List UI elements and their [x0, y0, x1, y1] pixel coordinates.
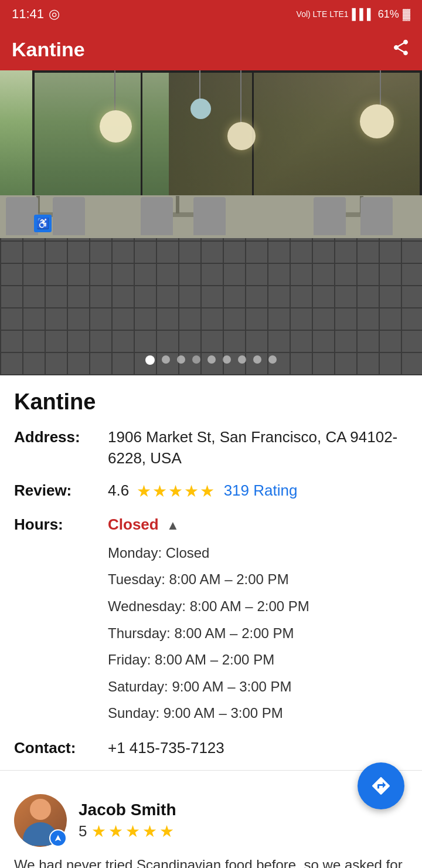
address-label: Address: — [14, 426, 108, 447]
hours-saturday: Saturday: 9:00 AM – 3:00 PM — [108, 673, 408, 700]
battery-icon: ▓ — [403, 8, 410, 21]
divider-1 — [0, 770, 422, 771]
hero-image: ♿ — [0, 70, 422, 375]
address-row: Address: 1906 Market St, San Francisco, … — [14, 426, 408, 469]
carousel-dot-5[interactable] — [207, 355, 216, 364]
app-bar: Kantine — [0, 28, 422, 70]
hours-wednesday: Wednesday: 8:00 AM – 2:00 PM — [108, 593, 408, 620]
hours-list: Monday: Closed Tuesday: 8:00 AM – 2:00 P… — [108, 540, 408, 727]
hours-sunday-day: Sunday: — [108, 705, 164, 721]
hours-tuesday-day: Tuesday: — [108, 571, 169, 587]
carousel-dot-9[interactable] — [268, 355, 277, 364]
review-score: 5 — [79, 822, 87, 840]
status-left: 11:41 ◎ — [12, 6, 60, 22]
hours-wednesday-day: Wednesday: — [108, 598, 190, 614]
carousel-dot-6[interactable] — [223, 355, 231, 364]
contact-value[interactable]: +1 415-735-7123 — [108, 737, 408, 758]
review-row: Review: 4.6 ★ ★ ★ ★ ★ 319 Rating — [14, 480, 408, 503]
signal-bars-icon: ▌▌▌ — [352, 8, 375, 21]
hours-monday-time: Closed — [166, 545, 210, 561]
contact-label: Contact: — [14, 737, 108, 758]
share-button[interactable] — [392, 38, 410, 61]
hours-row: Hours: Closed ▲ — [14, 514, 408, 535]
hours-saturday-day: Saturday: — [108, 679, 172, 694]
hours-friday-day: Friday: — [108, 652, 155, 667]
star-3: ★ — [168, 480, 183, 503]
star-4: ★ — [184, 480, 199, 503]
review-label: Review: — [14, 480, 108, 501]
review-star-3: ★ — [125, 822, 140, 841]
rating-number: 4.6 — [108, 482, 129, 499]
svg-marker-0 — [55, 835, 62, 842]
hours-toggle-icon[interactable]: ▲ — [166, 517, 179, 535]
location-icon: ◎ — [49, 6, 60, 22]
hours-status-value: Closed ▲ — [108, 514, 408, 535]
hours-wednesday-time: 8:00 AM – 2:00 PM — [190, 598, 309, 614]
hours-monday-day: Monday: — [108, 545, 166, 561]
hours-monday: Monday: Closed — [108, 540, 408, 567]
reviewer-name: Jacob Smith — [79, 801, 408, 819]
carousel-dot-8[interactable] — [253, 355, 261, 364]
carousel-dot-3[interactable] — [177, 355, 185, 364]
app-bar-title: Kantine — [12, 38, 85, 61]
review-header: Jacob Smith 5 ★ ★ ★ ★ ★ — [14, 794, 408, 847]
navigation-fab[interactable] — [358, 762, 404, 809]
carousel-dot-1[interactable] — [145, 355, 155, 365]
battery-text: 61% — [378, 8, 399, 21]
reviewer-info: Jacob Smith 5 ★ ★ ★ ★ ★ — [79, 801, 408, 841]
hours-sunday-time: 9:00 AM – 3:00 PM — [164, 705, 283, 721]
carousel-dot-2[interactable] — [162, 355, 170, 364]
hours-tuesday-time: 8:00 AM – 2:00 PM — [169, 571, 289, 587]
star-5: ★ — [200, 480, 215, 503]
contact-row: Contact: +1 415-735-7123 — [14, 737, 408, 758]
hours-thursday-time: 8:00 AM – 2:00 PM — [174, 625, 294, 641]
status-right: Vol) LTE LTE1 ▌▌▌ 61% ▓ — [297, 8, 410, 21]
review-star-5: ★ — [159, 822, 174, 841]
avatar-head — [30, 799, 51, 820]
review-star-1: ★ — [91, 822, 106, 841]
star-2: ★ — [152, 480, 167, 503]
place-name: Kantine — [14, 389, 408, 415]
review-star-4: ★ — [142, 822, 157, 841]
review-text: We had never tried Scandinavian food bef… — [14, 854, 408, 868]
hours-saturday-time: 9:00 AM – 3:00 PM — [172, 679, 291, 694]
reviewer-rating: 5 ★ ★ ★ ★ ★ — [79, 822, 408, 841]
hours-sunday: Sunday: 9:00 AM – 3:00 PM — [108, 700, 408, 727]
hours-status[interactable]: Closed — [108, 516, 159, 533]
hours-thursday: Thursday: 8:00 AM – 2:00 PM — [108, 620, 408, 647]
star-1: ★ — [137, 480, 151, 503]
star-rating: ★ ★ ★ ★ ★ — [137, 480, 215, 503]
hours-friday: Friday: 8:00 AM – 2:00 PM — [108, 646, 408, 673]
hours-tuesday: Tuesday: 8:00 AM – 2:00 PM — [108, 566, 408, 593]
status-time: 11:41 — [12, 6, 44, 22]
hours-thursday-day: Thursday: — [108, 625, 174, 641]
review-value: 4.6 ★ ★ ★ ★ ★ 319 Rating — [108, 480, 408, 503]
hours-friday-time: 8:00 AM – 2:00 PM — [155, 652, 274, 667]
image-carousel-dots[interactable] — [0, 355, 422, 365]
review-card-1: Jacob Smith 5 ★ ★ ★ ★ ★ We had never tri… — [0, 782, 422, 868]
signal-text: Vol) LTE LTE1 — [297, 9, 349, 19]
status-bar: 11:41 ◎ Vol) LTE LTE1 ▌▌▌ 61% ▓ — [0, 0, 422, 28]
address-value[interactable]: 1906 Market St, San Francisco, CA 94102-… — [108, 426, 408, 469]
directions-icon — [370, 775, 392, 796]
reviewer-avatar-wrap — [14, 794, 67, 847]
carousel-dot-7[interactable] — [238, 355, 246, 364]
hours-label: Hours: — [14, 514, 108, 535]
carousel-dot-4[interactable] — [192, 355, 200, 364]
place-content: Kantine Address: 1906 Market St, San Fra… — [0, 375, 422, 758]
review-star-2: ★ — [108, 822, 123, 841]
rating-count[interactable]: 319 Rating — [224, 482, 298, 499]
